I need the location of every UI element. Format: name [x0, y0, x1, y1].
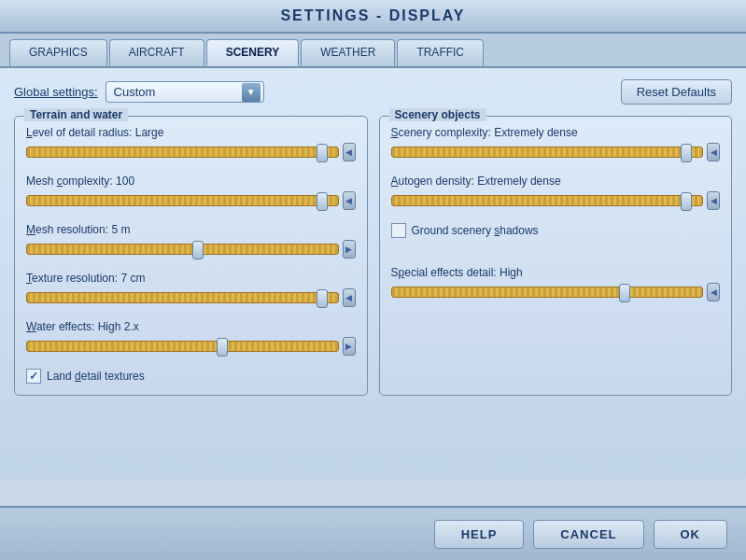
lod-slider-thumb[interactable] — [317, 144, 328, 162]
texture-resolution-end-btn[interactable]: ◀ — [343, 288, 356, 307]
water-effects-track — [26, 341, 339, 352]
tab-graphics[interactable]: GRAPHICS — [9, 39, 107, 66]
land-detail-label: Land detail textures — [47, 370, 145, 383]
water-effects-slider-row: Water effects: High 2.x ▶ — [26, 320, 356, 356]
scenery-complexity-thumb[interactable] — [681, 144, 692, 162]
autogen-density-thumb[interactable] — [681, 192, 692, 211]
lod-slider-track — [26, 147, 339, 158]
mesh-resolution-slider-row: Mesh resolution: 5 m ▶ — [26, 223, 356, 259]
water-effects-thumb[interactable] — [217, 338, 228, 357]
water-effects-end-btn[interactable]: ▶ — [343, 337, 356, 356]
cancel-button[interactable]: CANCEL — [533, 520, 643, 549]
window-title: SETTINGS - DISPLAY — [280, 7, 465, 23]
mesh-complexity-thumb[interactable] — [317, 192, 328, 211]
ground-shadows-checkbox[interactable] — [391, 223, 406, 238]
water-effects-label: Water effects: High 2.x — [26, 320, 356, 333]
scenery-complexity-slider-row: Scenery complexity: Extremely dense ◀ — [391, 126, 721, 161]
tab-traffic[interactable]: TRAFFIC — [397, 39, 484, 66]
global-settings-row: Global settings: Custom Low Medium High … — [14, 79, 732, 105]
tab-scenery[interactable]: SCENERY — [206, 39, 300, 66]
mesh-resolution-end-btn[interactable]: ▶ — [343, 240, 356, 259]
scenery-panel-title: Scenery objects — [389, 108, 486, 121]
mesh-resolution-track — [26, 244, 339, 255]
autogen-density-track — [391, 195, 704, 206]
lod-end-btn[interactable]: ◀ — [343, 143, 356, 161]
scenery-complexity-end-btn[interactable]: ◀ — [707, 143, 720, 161]
special-effects-track — [391, 287, 704, 298]
title-bar: SETTINGS - DISPLAY — [0, 0, 746, 34]
tab-aircraft[interactable]: AIRCRAFT — [109, 39, 204, 66]
special-effects-slider-row: Special effects detail: High ◀ — [391, 266, 721, 301]
special-effects-label: Special effects detail: High — [391, 266, 721, 279]
ground-shadows-label: Ground scenery shadows — [412, 224, 539, 237]
scenery-objects-panel: Scenery objects Scenery complexity: Extr… — [379, 116, 733, 396]
autogen-density-label: Autogen density: Extremely dense — [391, 175, 721, 188]
mesh-resolution-label: Mesh resolution: 5 m — [26, 223, 356, 236]
texture-resolution-slider-row: Texture resolution: 7 cm ◀ — [26, 272, 356, 307]
tab-bar: GRAPHICS AIRCRAFT SCENERY WEATHER TRAFFI… — [0, 34, 746, 68]
global-settings-label: Global settings: — [14, 85, 98, 99]
ground-shadows-checkbox-row[interactable]: Ground scenery shadows — [391, 223, 721, 238]
terrain-panel-title: Terrain and water — [24, 108, 128, 121]
ok-button[interactable]: OK — [654, 520, 728, 549]
scenery-complexity-label: Scenery complexity: Extremely dense — [391, 126, 721, 139]
help-button[interactable]: HELP — [434, 520, 525, 549]
mesh-complexity-end-btn[interactable]: ◀ — [343, 191, 356, 210]
lod-label: Level of detail radius: Large — [26, 126, 356, 139]
bottom-bar: HELP CANCEL OK — [0, 506, 746, 560]
mesh-complexity-label: Mesh complexity: 100 — [26, 175, 356, 188]
texture-resolution-label: Texture resolution: 7 cm — [26, 272, 356, 285]
lod-slider-row: Level of detail radius: Large ◀ — [26, 126, 356, 161]
special-effects-thumb[interactable] — [619, 284, 630, 302]
reset-defaults-button[interactable]: Reset Defaults — [621, 79, 732, 105]
tab-weather[interactable]: WEATHER — [301, 39, 395, 66]
scenery-complexity-track — [391, 147, 704, 158]
mesh-complexity-slider-row: Mesh complexity: 100 ◀ — [26, 175, 356, 210]
main-content: Global settings: Custom Low Medium High … — [0, 68, 746, 479]
autogen-density-end-btn[interactable]: ◀ — [707, 191, 720, 210]
special-effects-end-btn[interactable]: ◀ — [707, 283, 720, 301]
texture-resolution-track — [26, 292, 339, 303]
mesh-complexity-track — [26, 195, 339, 206]
terrain-water-panel: Terrain and water Level of detail radius… — [14, 116, 368, 396]
autogen-density-slider-row: Autogen density: Extremely dense ◀ — [391, 175, 721, 210]
land-detail-checkbox[interactable] — [26, 369, 41, 384]
land-detail-checkbox-row[interactable]: Land detail textures — [26, 369, 356, 384]
texture-resolution-thumb[interactable] — [317, 289, 328, 308]
global-settings-select[interactable]: Custom Low Medium High Ultra High — [106, 81, 264, 103]
mesh-resolution-thumb[interactable] — [192, 241, 204, 259]
